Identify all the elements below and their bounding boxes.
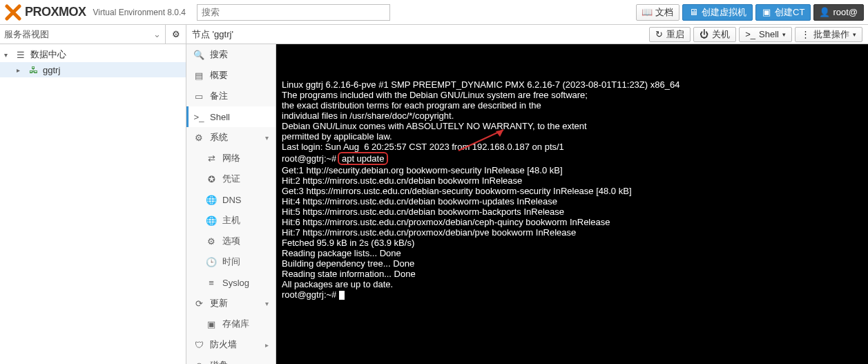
menu-firewall[interactable]: 🛡防火墙▸ — [186, 334, 276, 355]
cert-icon: ✪ — [206, 174, 217, 184]
view-label: 服务器视图 — [4, 28, 153, 41]
menu-repos[interactable]: ▣存储库 — [186, 314, 276, 334]
create-vm-label: 创建虚拟机 — [702, 6, 746, 19]
bulk-actions-button[interactable]: ⋮批量操作▾ — [795, 27, 862, 42]
create-vm-button[interactable]: 🖥 创建虚拟机 — [682, 4, 753, 21]
terminal-icon: >_ — [193, 112, 204, 122]
settings-button[interactable]: ⚙ — [165, 25, 186, 44]
menu-disks[interactable]: ⊙磁盘▸ — [186, 355, 276, 364]
globe-icon: 🌐 — [206, 195, 217, 205]
ve-label: Virtual Environment 8.0.4 — [93, 8, 186, 17]
resource-tree: ▾ ☰ 数据中心 ▸ 🖧 ggtrj — [0, 44, 186, 80]
chevron-down-icon: ⌄ — [153, 29, 161, 39]
shield-icon: 🛡 — [193, 340, 204, 350]
note-icon: ▭ — [193, 91, 204, 102]
expand-icon: ▸ — [17, 66, 23, 74]
menu-shell[interactable]: >_Shell — [186, 106, 276, 127]
shell-terminal[interactable]: Linux ggtrj 6.2.16-6-pve #1 SMP PREEMPT_… — [276, 44, 868, 364]
gear-icon: ⚙ — [206, 236, 217, 247]
power-icon: ⏻ — [700, 29, 708, 39]
box-icon: ▣ — [206, 319, 217, 329]
shell-dropdown-button[interactable]: >_Shell▾ — [739, 27, 792, 42]
create-ct-label: 创建CT — [775, 6, 804, 19]
node-title: 节点 'ggtrj' — [192, 28, 646, 41]
node-menu: 🔍搜索 ▤概要 ▭备注 >_Shell ⚙系统▾ ⇄网络 ✪凭证 🌐DNS 🌐主… — [186, 44, 276, 364]
menu-search[interactable]: 🔍搜索 — [186, 44, 276, 65]
network-icon: ⇄ — [206, 153, 217, 164]
menu-summary[interactable]: ▤概要 — [186, 65, 276, 86]
menu-time[interactable]: 🕒时间 — [186, 251, 276, 272]
create-ct-button[interactable]: ▣ 创建CT — [755, 4, 811, 21]
chevron-right-icon: ▸ — [265, 341, 269, 349]
logo: PROXMOX Virtual Environment 8.0.4 — [4, 3, 186, 21]
chevron-down-icon: ▾ — [265, 134, 269, 142]
node-toolbar: 节点 'ggtrj' ↻重启 ⏻关机 >_Shell▾ ⋮批量操作▾ — [186, 25, 868, 44]
gears-icon: ⚙ — [193, 133, 204, 143]
user-label: root@ — [833, 7, 858, 17]
menu-notes[interactable]: ▭备注 — [186, 86, 276, 106]
docs-button[interactable]: 📖 文档 — [636, 4, 679, 21]
menu-updates[interactable]: ⟳更新▾ — [186, 293, 276, 314]
menu-hosts[interactable]: 🌐主机 — [186, 210, 276, 231]
chevron-right-icon: ▸ — [265, 362, 269, 365]
menu-syslog[interactable]: ≡Syslog — [186, 272, 276, 293]
cube-icon: ▣ — [762, 8, 771, 17]
monitor-icon: 🖥 — [688, 8, 698, 17]
menu-options[interactable]: ⚙选项 — [186, 231, 276, 251]
host-icon: 🌐 — [206, 215, 217, 226]
list-icon: ≡ — [206, 278, 217, 288]
global-search-input[interactable] — [197, 4, 390, 21]
menu-system[interactable]: ⚙系统▾ — [186, 127, 276, 148]
gear-icon: ⚙ — [172, 29, 180, 39]
menu-network[interactable]: ⇄网络 — [186, 148, 276, 169]
chevron-down-icon: ▾ — [782, 31, 786, 38]
menu-dns[interactable]: 🌐DNS — [186, 189, 276, 210]
chevron-down-icon: ▾ — [853, 31, 856, 38]
tree-node-label: ggtrj — [43, 65, 60, 75]
tree-datacenter[interactable]: ▾ ☰ 数据中心 — [0, 47, 186, 62]
refresh-icon: ⟳ — [193, 298, 204, 309]
reboot-button[interactable]: ↻重启 — [649, 27, 691, 42]
shutdown-button[interactable]: ⏻关机 — [693, 27, 736, 42]
brand-text: PROXMOX — [25, 5, 86, 19]
chevron-down-icon: ▾ — [265, 300, 269, 307]
server-icon: ☰ — [15, 50, 26, 60]
disk-icon: ⊙ — [193, 361, 204, 365]
tree-root-label: 数据中心 — [30, 48, 66, 61]
tree-node-ggtrj[interactable]: ▸ 🖧 ggtrj — [0, 62, 186, 77]
search-icon: 🔍 — [193, 50, 204, 60]
list-icon: ⋮ — [801, 29, 810, 39]
reload-icon: ↻ — [655, 29, 663, 39]
clock-icon: 🕒 — [206, 257, 217, 267]
proxmox-icon — [4, 3, 22, 21]
top-header: PROXMOX Virtual Environment 8.0.4 📖 文档 🖥… — [0, 0, 868, 25]
docs-label: 文档 — [655, 6, 673, 19]
book-icon: ▤ — [193, 70, 204, 81]
menu-certs[interactable]: ✪凭证 — [186, 169, 276, 189]
user-icon: 👤 — [820, 8, 829, 17]
user-button[interactable]: 👤 root@ — [813, 4, 864, 21]
node-icon: 🖧 — [28, 65, 39, 75]
collapse-icon: ▾ — [4, 51, 11, 59]
left-pane: 服务器视图 ⌄ ⚙ ▾ ☰ 数据中心 ▸ 🖧 ggtrj — [0, 25, 186, 364]
view-selector[interactable]: 服务器视图 ⌄ — [0, 25, 165, 44]
terminal-icon: >_ — [745, 29, 755, 39]
book-icon: 📖 — [642, 8, 652, 17]
